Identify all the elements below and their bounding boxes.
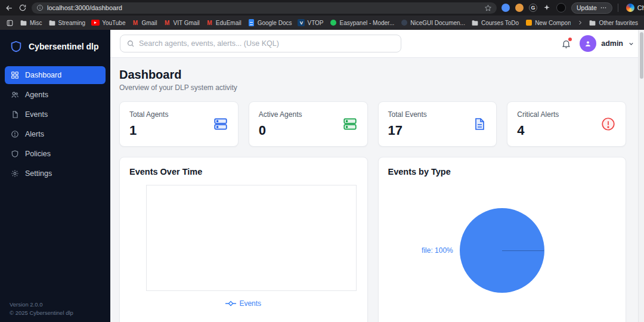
extension-icon-g[interactable] [529, 4, 537, 12]
stat-value: 17 [388, 123, 427, 138]
stat-label: Critical Alerts [517, 110, 559, 119]
server-icon [342, 116, 358, 132]
collections-icon[interactable] [6, 19, 14, 27]
stat-card-total-events: Total Events 17 [378, 101, 497, 147]
pie-data-label: file: 100% [422, 246, 453, 255]
bookmark-label: VIT Gmail [174, 20, 200, 26]
stat-value: 4 [517, 123, 559, 138]
bookmark-google-docs[interactable]: Google Docs [247, 19, 292, 27]
notification-dot [568, 38, 572, 41]
site-info-icon[interactable] [36, 4, 44, 11]
shield-logo-icon [10, 40, 23, 53]
bookmarks-right: Other favorites [577, 19, 638, 27]
update-label: Update [577, 4, 597, 11]
bookmark-new-component[interactable]: New Component:... [525, 19, 571, 27]
folder-icon [471, 19, 479, 27]
user-menu[interactable]: admin [580, 35, 634, 52]
bookmark-label: NiceGUI Documen... [410, 20, 465, 26]
bookmark-misc[interactable]: Misc [20, 19, 42, 27]
bookmark-courses-todo[interactable]: Courses ToDo [471, 19, 519, 27]
back-button[interactable] [5, 2, 14, 14]
gear-icon [11, 169, 19, 178]
sidebar-item-alerts[interactable]: Alerts [5, 125, 106, 143]
url-text: localhost:3000/dashboard [47, 2, 122, 14]
bookmark-label: Streaming [58, 20, 86, 26]
extension-icon-orange[interactable] [515, 4, 524, 12]
toolbar-divider [618, 4, 618, 12]
bookmark-label: Gmail [141, 20, 157, 26]
bookmark-label: EduEmail [216, 20, 242, 26]
bookmark-label: Courses ToDo [481, 20, 519, 26]
bookmark-items: Misc Streaming YouTube Gmail VIT Gmail E… [20, 19, 571, 27]
bookmark-vit-gmail[interactable]: VIT Gmail [163, 19, 200, 27]
chart-title: Events Over Time [120, 167, 367, 177]
stat-label: Total Agents [129, 110, 168, 119]
users-icon [11, 91, 19, 99]
bookmark-easypanel[interactable]: Easypanel - Moder... [330, 19, 395, 27]
bookmark-streaming[interactable]: Streaming [48, 19, 86, 27]
chat-button[interactable]: Chat [624, 4, 644, 12]
bookmark-eduemail[interactable]: EduEmail [206, 19, 242, 27]
legend-label: Events [239, 299, 261, 308]
bookmark-label: VTOP [307, 20, 323, 26]
charts-row: Events Over Time Events Events by Type [119, 157, 626, 322]
screen: localhost:3000/dashboard Update Ch [0, 0, 644, 322]
folder-icon [589, 19, 596, 27]
sidebar-item-events[interactable]: Events [5, 106, 106, 123]
other-favorites[interactable]: Other favorites [589, 19, 638, 27]
sidebar-item-label: Alerts [25, 130, 44, 138]
file-icon [472, 116, 487, 132]
profile-avatar[interactable] [556, 3, 566, 13]
update-button[interactable]: Update [571, 2, 612, 14]
sidebar: Cybersentinel dlp Dashboard Agents Event… [0, 30, 110, 322]
pie-label-line [502, 250, 544, 251]
vtop-icon [298, 19, 305, 26]
page-title: Dashboard [119, 68, 626, 82]
bookmark-label: Easypanel - Moder... [340, 20, 395, 26]
sidebar-item-dashboard[interactable]: Dashboard [5, 66, 106, 84]
toolbar-right: Update Chat [501, 2, 644, 14]
bookmark-label: YouTube [102, 20, 125, 26]
sidebar-item-policies[interactable]: Policies [5, 145, 106, 163]
brand-name: Cybersentinel dlp [29, 42, 98, 51]
chart-legend[interactable]: Events [120, 299, 367, 308]
folder-icon [48, 19, 56, 27]
notifications-bell-icon[interactable] [561, 39, 571, 49]
events-by-type-card: Events by Type file: 100% [378, 157, 627, 322]
app-window: Cybersentinel dlp Dashboard Agents Event… [0, 30, 644, 322]
other-favorites-label: Other favorites [599, 20, 638, 26]
scrollbar-thumb[interactable] [640, 32, 643, 79]
page-scrollbar[interactable] [638, 30, 644, 322]
stats-row: Total Agents 1 Active Agents 0 [119, 101, 626, 147]
component-icon [526, 20, 532, 26]
sidebar-item-label: Dashboard [25, 71, 61, 79]
extension-icon-blue[interactable] [501, 4, 510, 12]
gmail-icon [163, 19, 171, 27]
alert-circle-icon [11, 130, 19, 138]
line-series-legend-icon [225, 301, 236, 306]
bookmark-label: Misc [30, 20, 42, 26]
sidebar-footer: Version 2.0.0 © 2025 Cybersentinel dlp [10, 301, 73, 317]
sidebar-item-label: Events [25, 110, 48, 119]
stat-card-total-agents: Total Agents 1 [119, 101, 239, 147]
sparkle-icon[interactable] [543, 4, 551, 12]
search-input[interactable] [139, 39, 395, 48]
server-icon [213, 116, 228, 132]
events-over-time-card: Events Over Time Events [119, 157, 368, 322]
folder-icon [20, 19, 27, 27]
refresh-button[interactable] [18, 2, 27, 14]
bookmarks-overflow-chevron-icon[interactable] [577, 19, 584, 26]
grid-icon [11, 71, 19, 79]
favorite-star-icon[interactable] [484, 4, 492, 12]
bookmark-nicegui[interactable]: NiceGUI Documen... [400, 19, 465, 27]
sidebar-item-settings[interactable]: Settings [5, 165, 106, 182]
bookmark-youtube[interactable]: YouTube [91, 20, 125, 26]
stat-card-active-agents: Active Agents 0 [249, 101, 368, 147]
bookmark-gmail[interactable]: Gmail [131, 19, 157, 27]
bookmark-vtop[interactable]: VTOP [298, 19, 323, 26]
bookmark-label: Google Docs [258, 20, 292, 26]
browser-toolbar: localhost:3000/dashboard Update Ch [0, 0, 644, 16]
address-bar[interactable]: localhost:3000/dashboard [32, 2, 497, 14]
sidebar-item-agents[interactable]: Agents [5, 86, 106, 104]
sidebar-item-label: Agents [25, 91, 48, 99]
